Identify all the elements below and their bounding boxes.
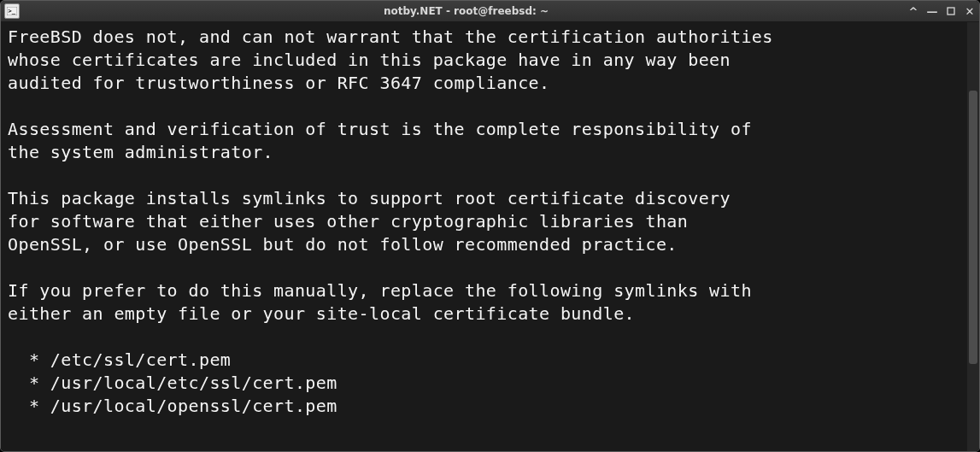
titlebar[interactable]: >_ notby.NET - root@freebsd: ~ ^ — ✕ [1,1,979,22]
scrollbar[interactable] [967,22,979,451]
rollup-button[interactable]: ^ [907,5,919,17]
close-button[interactable]: ✕ [964,5,976,17]
terminal-output[interactable]: FreeBSD does not, and can not warrant th… [1,22,967,451]
svg-rect-2 [948,8,954,15]
svg-text:>_: >_ [9,8,16,15]
window-controls: ^ — ✕ [907,5,976,17]
terminal-app-icon: >_ [4,3,20,19]
maximize-button[interactable] [945,5,957,17]
terminal-window: >_ notby.NET - root@freebsd: ~ ^ — ✕ Fre… [0,0,980,452]
scrollbar-thumb[interactable] [969,91,977,364]
window-title: notby.NET - root@freebsd: ~ [25,5,907,17]
terminal-area: FreeBSD does not, and can not warrant th… [1,22,979,451]
minimize-button[interactable]: — [926,5,938,17]
